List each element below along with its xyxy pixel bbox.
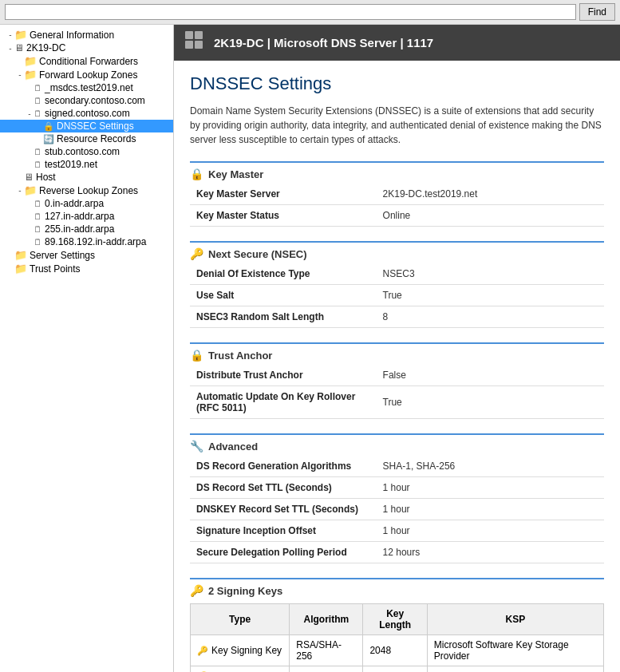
sidebar-item-host[interactable]: 🖥 Host [0,171,173,184]
distribute-trust-label: Distribute Trust Anchor [190,365,377,386]
sidebar-item-stub-contoso[interactable]: 🗒 stub.contoso.com [0,145,173,158]
key-master-status-value: Online [377,205,604,227]
sidebar-item-server-settings[interactable]: 📁 Server Settings [0,248,173,262]
col-header-key-length: Key Length [363,604,427,635]
col-header-algorithm: Algorithm [290,604,363,635]
sidebar-item-reverse-lookup-zones[interactable]: - 📁 Reverse Lookup Zones [0,184,173,197]
expand-icon [35,122,43,131]
sidebar-item-127-in-addr[interactable]: 🗒 127.in-addr.arpa [0,210,173,223]
ds-record-ttl-label: DS Record Set TTL (Seconds) [190,477,377,499]
advanced-icon: 🔧 [190,440,203,453]
section-title-next-secure: Next Secure (NSEC) [208,248,307,260]
content-scroll: DNSSEC Settings Domain Name System Secur… [174,61,620,672]
folder-icon: 📁 [14,263,27,275]
sidebar-item-general-info[interactable]: - 📁 General Information [0,28,173,42]
titlebar-text: 2K19-DC | Microsoft DNS Server | 1117 [214,36,433,49]
folder-icon: 📁 [24,184,37,196]
signing-keys-icon: 🔑 [190,584,203,597]
secure-delegation-label: Secure Delegation Polling Period [190,542,377,563]
sidebar-item-test2019[interactable]: 🗒 test2019.net [0,158,173,171]
col-header-ksp: KSP [427,604,603,635]
expand-icon: - [16,70,24,79]
sidebar-item-dnssec-settings[interactable]: 🔒 DNSSEC Settings [0,120,173,132]
sidebar-item-label: _msdcs.test2019.net [45,82,133,93]
titlebar-icon [184,30,206,56]
table-row: NSEC3 Random Salt Length 8 [190,306,604,328]
section-header-signing-keys: 🔑 2 Signing Keys [190,578,604,603]
table-row: Automatic Update On Key Rollover (RFC 50… [190,386,604,419]
sidebar-item-forward-lookup-zones[interactable]: - 📁 Forward Lookup Zones [0,68,173,81]
expand-icon: - [16,186,24,195]
sidebar-item-2k19dc[interactable]: - 🖥 2K19-DC [0,42,173,54]
sidebar-item-89-in-addr[interactable]: 🗒 89.168.192.in-addr.arpa [0,235,173,248]
svg-rect-2 [185,41,193,49]
expand-icon [16,57,24,65]
sidebar-item-label: Conditional Forwarders [39,56,138,67]
key-algorithm-1: RSA/SHA-256 [290,635,363,666]
sidebar-item-signed-contoso[interactable]: - 🗒 signed.contoso.com [0,107,173,120]
sidebar-item-0-in-addr[interactable]: 🗒 0.in-addr.arpa [0,197,173,210]
expand-icon [26,238,34,247]
sidebar-item-conditional-forwarders[interactable]: 📁 Conditional Forwarders [0,54,173,68]
dnskey-record-ttl-label: DNSKEY Record Set TTL (Seconds) [190,499,377,520]
zone-icon: 🗒 [34,224,42,234]
nsec3-salt-length-value: 8 [377,306,604,328]
sidebar-item-label: Host [36,172,56,183]
sidebar-item-msdcs[interactable]: 🗒 _msdcs.test2019.net [0,81,173,94]
sidebar-item-secondary-contoso[interactable]: 🗒 secondary.contoso.com [0,94,173,107]
use-salt-label: Use Salt [190,285,377,306]
table-row: Denial Of Existence Type NSEC3 [190,263,604,285]
next-secure-icon: 🔑 [190,247,203,260]
folder-icon: 📁 [24,69,37,81]
sidebar-item-label: Resource Records [57,133,136,144]
key-type-2: 🔑Zone Signing Key [191,666,290,673]
key-master-status-label: Key Master Status [190,205,377,227]
key-type-1: 🔑Key Signing Key [191,635,290,666]
trust-anchor-icon: 🔒 [190,349,203,362]
use-salt-value: True [377,285,604,306]
table-row: Use Salt True [190,285,604,306]
section-header-key-master: 🔒 Key Master [190,161,604,184]
zone-icon: 🗒 [34,83,42,93]
page-title: DNSSEC Settings [190,73,604,94]
ds-record-algorithms-value: SHA-1, SHA-256 [377,456,604,477]
sidebar-item-255-in-addr[interactable]: 🗒 255.in-addr.arpa [0,223,173,235]
expand-icon: - [6,30,14,39]
expand-icon [26,200,34,208]
expand-icon [26,148,34,156]
signing-keys-table: Type Algorithm Key Length KSP 🔑Key Signi… [190,603,604,672]
section-header-trust-anchor: 🔒 Trust Anchor [190,342,604,365]
section-next-secure: 🔑 Next Secure (NSEC) Denial Of Existence… [190,241,604,328]
record-icon: 🔄 [43,134,54,144]
table-row: 🔑Zone Signing Key RSA/SHA-256 1024 Micro… [191,666,604,673]
expand-icon [26,225,34,234]
sidebar-item-label: signed.contoso.com [45,108,130,119]
table-row: DS Record Set TTL (Seconds) 1 hour [190,477,604,499]
table-row: DS Record Generation Algorithms SHA-1, S… [190,456,604,477]
section-title-key-master: Key Master [208,168,263,180]
key-length-1: 2048 [363,635,427,666]
folder-icon: 📁 [14,29,27,41]
expand-icon [26,97,34,105]
auto-update-label: Automatic Update On Key Rollover (RFC 50… [190,386,377,419]
sidebar-item-resource-records[interactable]: 🔄 Resource Records [0,132,173,145]
search-input[interactable] [5,4,576,20]
key-master-icon: 🔒 [190,168,203,180]
find-button[interactable]: Find [579,3,615,21]
sidebar-item-label: 89.168.192.in-addr.arpa [45,236,146,247]
sidebar-item-trust-points[interactable]: 📁 Trust Points [0,262,173,275]
zone-icon: 🗒 [34,237,42,247]
sidebar-item-label: General Information [30,30,114,41]
ds-record-ttl-value: 1 hour [377,477,604,499]
dnskey-record-ttl-value: 1 hour [377,499,604,520]
expand-icon [6,251,14,259]
key-algorithm-2: RSA/SHA-256 [290,666,363,673]
server-icon: 🖥 [24,172,34,183]
key-master-server-label: Key Master Server [190,184,377,205]
table-row: Secure Delegation Polling Period 12 hour… [190,542,604,563]
table-row: Key Master Server 2K19-DC.test2019.net [190,184,604,205]
sidebar-item-label: 2K19-DC [26,42,65,53]
sidebar-item-label: 0.in-addr.arpa [45,198,104,209]
section-header-next-secure: 🔑 Next Secure (NSEC) [190,241,604,263]
section-title-trust-anchor: Trust Anchor [208,350,272,362]
